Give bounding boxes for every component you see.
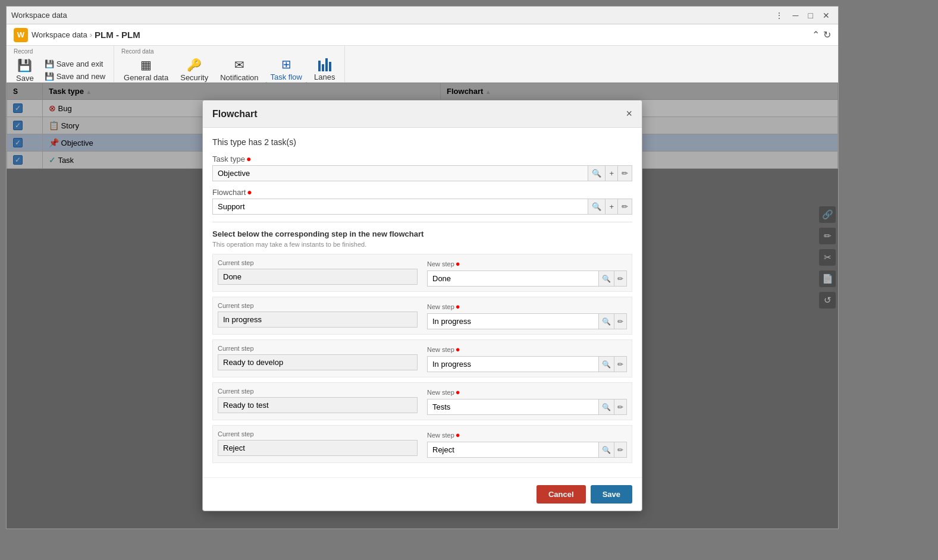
task-type-input[interactable] [212, 165, 588, 181]
step-new-input-4[interactable] [427, 442, 599, 458]
step-row-1: Current step New step ● 🔍 ✏ [212, 297, 632, 335]
lanes-icon [318, 58, 331, 71]
step-new-label-2: New step ● [427, 345, 627, 354]
title-bar-controls: ⋮ ─ □ ✕ [771, 10, 833, 21]
breadcrumb-current: PLM - PLM [95, 30, 140, 40]
general-data-button[interactable]: ▦ General data [119, 56, 173, 83]
modal-header: Flowchart × [203, 100, 642, 128]
step-current-label-1: Current step [218, 302, 418, 309]
flowchart-search-btn[interactable]: 🔍 [588, 199, 606, 215]
step-new-input-wrap-1: 🔍 ✏ [427, 313, 627, 329]
security-label: Security [180, 73, 208, 82]
breadcrumb: Workspace data › PLM - PLM [32, 30, 140, 40]
notification-button[interactable]: ✉ Notification [215, 56, 263, 83]
task-flow-button[interactable]: ⊞ Task flow [266, 56, 307, 84]
step-current-4: Current step [218, 430, 418, 456]
save-exit-icon: 💾 [45, 59, 54, 68]
step-new-input-wrap-3: 🔍 ✏ [427, 399, 627, 415]
task-type-label: Task type ● [212, 154, 632, 163]
step-current-label-3: Current step [218, 388, 418, 395]
flowchart-modal: Flowchart × This type has 2 task(s) Task… [202, 100, 642, 511]
security-icon: 🔑 [187, 58, 202, 72]
lanes-button[interactable]: Lanes [309, 57, 340, 83]
modal-footer: Cancel Save [203, 477, 642, 511]
step-current-label-2: Current step [218, 345, 418, 352]
step-current-2: Current step [218, 345, 418, 370]
step-search-btn-2[interactable]: 🔍 [599, 356, 614, 372]
step-search-btn-3[interactable]: 🔍 [599, 399, 614, 415]
step-row-3: Current step New step ● 🔍 ✏ [212, 382, 632, 420]
step-current-label-4: Current step [218, 430, 418, 438]
flowchart-add-btn[interactable]: + [606, 199, 618, 215]
nav-bar: W Workspace data › PLM - PLM ⌃ ↻ [7, 24, 838, 46]
task-type-add-btn[interactable]: + [606, 165, 618, 181]
toolbar-group-record: Record 💾 Save 💾 Save and exit 💾 Save and… [7, 46, 114, 82]
task-type-field: Task type ● 🔍 + ✏ [212, 154, 632, 181]
step-edit-btn-2[interactable]: ✏ [614, 356, 627, 372]
step-search-btn-1[interactable]: 🔍 [599, 313, 614, 329]
modal-title: Flowchart [212, 109, 258, 119]
record-group-btns: 💾 Save 💾 Save and exit 💾 Save and new [11, 56, 109, 84]
task-type-required: ● [246, 154, 251, 163]
nav-refresh-button[interactable]: ↻ [823, 29, 831, 40]
maximize-button[interactable]: □ [805, 10, 817, 21]
task-type-edit-btn[interactable]: ✏ [618, 165, 632, 181]
step-new-input-0[interactable] [427, 270, 599, 287]
step-new-label-0: New step ● [427, 259, 627, 268]
breadcrumb-app: Workspace data [32, 30, 87, 39]
record-data-label: Record data [119, 48, 156, 55]
minimize-button[interactable]: ─ [789, 10, 802, 21]
step-current-1: Current step [218, 302, 418, 328]
step-new-3: New step ● 🔍 ✏ [427, 388, 627, 415]
toolbar: Record 💾 Save 💾 Save and exit 💾 Save and… [7, 46, 838, 83]
step-current-input-4 [218, 440, 418, 456]
save-and-exit-button[interactable]: 💾 Save and exit [41, 58, 109, 70]
save-label: Save [16, 74, 34, 83]
modal-close-button[interactable]: × [626, 108, 632, 120]
step-edit-btn-4[interactable]: ✏ [614, 442, 627, 458]
step-new-input-2[interactable] [427, 356, 599, 372]
step-edit-btn-0[interactable]: ✏ [614, 270, 627, 287]
step-edit-btn-1[interactable]: ✏ [614, 313, 627, 329]
step-search-btn-4[interactable]: 🔍 [599, 442, 614, 458]
more-button[interactable]: ⋮ [771, 10, 787, 21]
step-new-label-4: New step ● [427, 430, 627, 439]
security-button[interactable]: 🔑 Security [175, 56, 213, 83]
save-and-exit-label: Save and exit [57, 59, 103, 68]
flowchart-label: Flowchart ● [212, 187, 632, 197]
cancel-button[interactable]: Cancel [537, 485, 586, 504]
step-new-2: New step ● 🔍 ✏ [427, 345, 627, 372]
notification-label: Notification [220, 73, 258, 82]
step-row-0: Current step New step ● 🔍 ✏ [212, 254, 632, 292]
step-new-1: New step ● 🔍 ✏ [427, 302, 627, 329]
step-new-input-1[interactable] [427, 313, 599, 329]
step-new-input-wrap-4: 🔍 ✏ [427, 442, 627, 458]
close-button[interactable]: ✕ [819, 10, 833, 21]
select-note: This operation may take a few instants t… [212, 241, 632, 248]
nav-up-button[interactable]: ⌃ [812, 29, 820, 40]
save-and-new-button[interactable]: 💾 Save and new [41, 71, 109, 82]
app-icon: W [14, 28, 28, 42]
save-options: 💾 Save and exit 💾 Save and new [41, 56, 109, 84]
divider [212, 222, 632, 222]
breadcrumb-sep: › [90, 30, 92, 39]
main-window: Workspace data ⋮ ─ □ ✕ W Workspace data … [6, 6, 839, 529]
step-search-btn-0[interactable]: 🔍 [599, 270, 614, 287]
task-flow-label: Task flow [271, 73, 302, 81]
save-and-new-label: Save and new [57, 72, 105, 81]
step-edit-btn-3[interactable]: ✏ [614, 399, 627, 415]
flowchart-input[interactable] [212, 199, 588, 215]
flowchart-input-wrap: 🔍 + ✏ [212, 199, 632, 215]
task-type-search-btn[interactable]: 🔍 [588, 165, 606, 181]
save-button[interactable]: 💾 Save [11, 57, 39, 84]
step-current-0: Current step [218, 259, 418, 285]
step-current-input-1 [218, 312, 418, 328]
step-new-input-3[interactable] [427, 399, 599, 415]
step-new-0: New step ● 🔍 ✏ [427, 259, 627, 287]
task-type-input-wrap: 🔍 + ✏ [212, 165, 632, 181]
nav-bar-right: ⌃ ↻ [812, 29, 831, 40]
save-icon: 💾 [17, 58, 32, 73]
flowchart-edit-btn[interactable]: ✏ [618, 199, 632, 215]
save-button[interactable]: Save [591, 485, 632, 504]
step-current-input-wrap-2 [218, 354, 418, 370]
